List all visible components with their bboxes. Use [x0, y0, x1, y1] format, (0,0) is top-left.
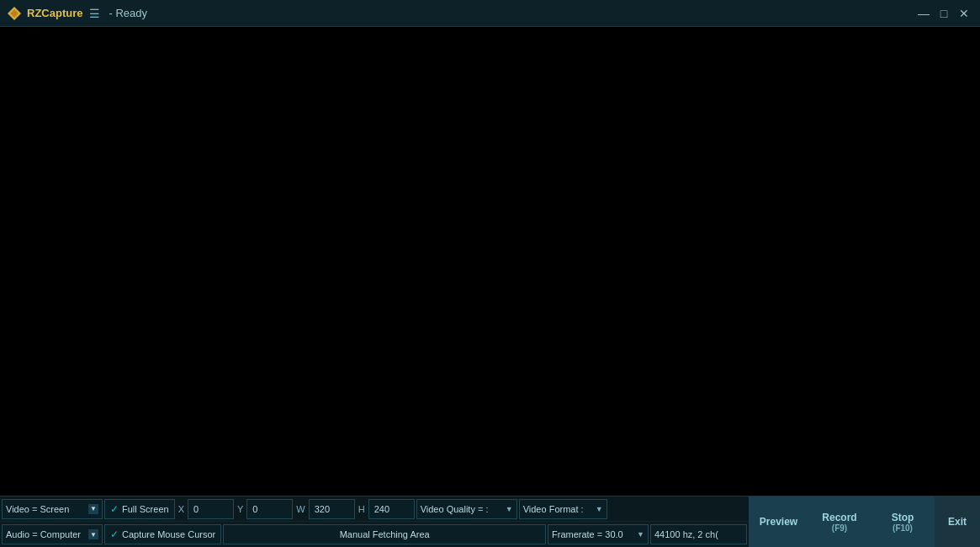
h-field[interactable]: 240 [368, 499, 415, 519]
stop-button[interactable]: Stop (F10) [871, 497, 934, 547]
menu-icon[interactable]: ☰ [89, 7, 100, 20]
exit-button[interactable]: Exit [934, 497, 980, 547]
x-field[interactable]: 0 [188, 499, 234, 519]
cursor-label: Capture Mouse Cursor [122, 529, 215, 539]
h-label: H [357, 504, 367, 514]
x-label: X [177, 504, 186, 514]
maximize-button[interactable]: □ [935, 4, 953, 23]
app-logo-icon [7, 6, 22, 21]
bottom-container: Video = Screen ▼ ✓ Full Screen X 0 Y 0 W… [0, 497, 980, 547]
manual-fetch-area[interactable]: Manual Fetching Area [223, 524, 546, 544]
video-source-select[interactable]: Video = Screen ▼ [2, 499, 103, 519]
w-field[interactable]: 320 [309, 499, 355, 519]
title-bar: RZCapture ☰ - Ready — □ ✕ [0, 0, 980, 27]
action-buttons: Preview Record (F9) Stop (F10) Exit [749, 497, 980, 547]
y-label: Y [236, 504, 245, 514]
cursor-check-icon: ✓ [110, 528, 119, 540]
framerate-select[interactable]: Framerate = 30.0 ▼ [548, 524, 649, 544]
controls-row1: Video = Screen ▼ ✓ Full Screen X 0 Y 0 W… [0, 497, 749, 522]
fullscreen-check-icon: ✓ [110, 503, 119, 515]
video-format-select[interactable]: Video Format : ▼ [519, 499, 607, 519]
close-button[interactable]: ✕ [955, 4, 973, 23]
controls-row2: Audio = Computer ▼ ✓ Capture Mouse Curso… [0, 522, 749, 547]
video-source-arrow-icon: ▼ [88, 504, 98, 514]
minimize-button[interactable]: — [914, 4, 933, 23]
fullscreen-label: Full Screen [122, 504, 169, 514]
preview-button[interactable]: Preview [749, 497, 808, 547]
audio-info-field: 44100 hz, 2 ch( [650, 524, 747, 544]
record-button[interactable]: Record (F9) [808, 497, 871, 547]
cursor-checkbox[interactable]: ✓ Capture Mouse Cursor [104, 524, 221, 544]
format-arrow-icon: ▼ [596, 505, 603, 513]
y-field[interactable]: 0 [246, 499, 293, 519]
audio-source-select[interactable]: Audio = Computer ▼ [2, 524, 103, 544]
title-status: - Ready [109, 7, 914, 19]
video-quality-select[interactable]: Video Quality = : ▼ [416, 499, 517, 519]
framerate-arrow-icon: ▼ [637, 530, 644, 539]
bottom-controls: Video = Screen ▼ ✓ Full Screen X 0 Y 0 W… [0, 497, 749, 547]
fullscreen-checkbox[interactable]: ✓ Full Screen [104, 499, 175, 519]
window-controls: — □ ✕ [914, 4, 973, 23]
app-title: RZCapture [27, 7, 82, 19]
audio-source-arrow-icon: ▼ [88, 529, 98, 539]
w-label: W [294, 504, 306, 514]
quality-arrow-icon: ▼ [506, 505, 513, 513]
preview-area [0, 27, 980, 497]
